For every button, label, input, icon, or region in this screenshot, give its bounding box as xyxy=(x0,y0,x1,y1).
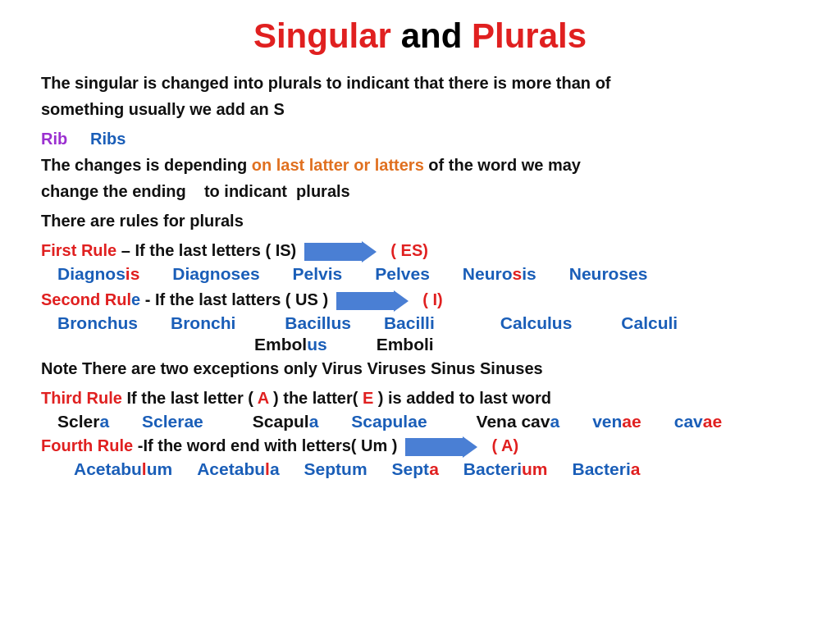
fourth-rule-line: Fourth Rule -If the word end with letter… xyxy=(41,433,799,458)
first-rule-label: First Rule xyxy=(41,241,116,259)
bronchus-row: Bronchus Bronchi Bacillus Bacilli Calcul… xyxy=(41,313,799,333)
title-plurals: Plurals xyxy=(472,16,587,55)
changes-line1: The changes is depending on last latter … xyxy=(41,153,799,177)
rib-word: Rib xyxy=(41,130,67,148)
changes-line2: change the ending to indicant plurals xyxy=(41,179,799,203)
second-rule-line: Second Rule - If the last latters ( US )… xyxy=(41,287,799,312)
rib-line: Rib Ribs xyxy=(41,126,799,151)
second-rule-label: Second Rule xyxy=(41,290,140,308)
third-rule-line: Third Rule If the last letter ( A ) the … xyxy=(41,386,799,410)
intro-line1: The singular is changed into plurals to … xyxy=(41,71,799,95)
ribs-word: Ribs xyxy=(90,130,126,148)
rules-intro: There are rules for plurals xyxy=(41,208,799,233)
page-title: Singular and Plurals xyxy=(41,16,799,56)
arrow-fourth-rule xyxy=(405,438,464,456)
fourth-rule-label: Fourth Rule xyxy=(41,436,133,454)
title-and: and xyxy=(391,16,472,55)
acetabulum-row: Acetabulum Acetabula Septum Septa Bacter… xyxy=(41,459,799,479)
embolus-row: Embolus Emboli xyxy=(41,335,799,354)
title-singular: Singular xyxy=(253,16,391,55)
first-rule-line: First Rule – If the last letters ( IS) (… xyxy=(41,238,799,262)
intro-line2: something usually we add an S xyxy=(41,97,799,121)
arrow-first-rule xyxy=(304,243,363,261)
note-line: Note There are two exceptions only Virus… xyxy=(41,356,799,381)
arrow-second-rule xyxy=(336,292,395,310)
sclera-row: Sclera Sclerae Scapula Scapulae Vena cav… xyxy=(41,412,799,431)
diagnosis-row: Diagnosis Diagnoses Pelvis Pelves Neuros… xyxy=(41,264,799,284)
third-rule-label: Third Rule xyxy=(41,389,122,407)
